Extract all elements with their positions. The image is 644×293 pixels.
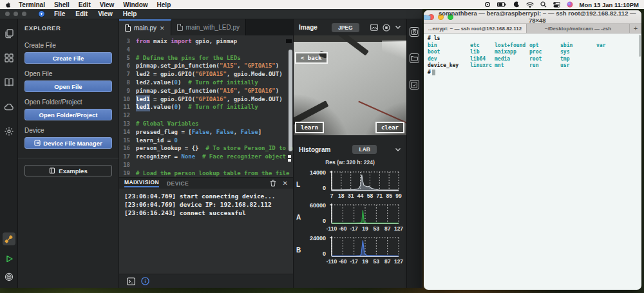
code-line[interactable]: 15learn_id = 0 [119,137,293,145]
terminal-minimize-button[interactable] [438,14,444,20]
ide-menu-help[interactable]: Help [123,10,137,17]
code-token: "GPIOA15" [244,62,276,70]
examples-button[interactable]: Examples [24,165,112,176]
trash-icon[interactable] [270,180,276,187]
code-line[interactable]: 7led2 = gpio.GPIO("GPIOA15", gpio.Mode.O… [119,70,293,79]
create-file-button[interactable]: Create File [24,52,112,64]
code-line[interactable]: 14pressed_flag = [False, False, False] [119,128,293,137]
back-overlay-button[interactable]: < back [295,52,328,64]
code-token: led2 = gpio.GPIO( [136,70,195,79]
code-line[interactable]: 8led2.value(0) # Turn off initially [119,79,293,87]
search-icon[interactable] [540,1,547,8]
x-tick-label: 85 [386,193,392,199]
terminal-scrollbar[interactable] [639,35,641,57]
clear-overlay-button[interactable]: clear [375,122,404,133]
save-frame-icon[interactable] [410,80,419,90]
x-tick-label: 18 [338,193,344,199]
package-icon[interactable] [5,272,14,281]
jpeg-format-button[interactable]: JPEG [332,23,359,32]
code-editor[interactable]: 3from maix import gpio, pinmap45# Define… [119,35,293,177]
record-icon[interactable] [383,24,390,32]
folder-add-icon[interactable] [410,53,419,63]
terminal-panel-icon[interactable] [127,278,135,285]
run-icon[interactable] [5,254,14,263]
code-line[interactable]: 11led1.value(0) # Turn off initially [119,103,293,111]
tab-main-py[interactable]: main.py ✕ [119,19,171,35]
code-line[interactable]: 4 [119,46,293,54]
code-line[interactable]: 6pinmap.set_pin_function("A15", "GPIOA15… [119,62,293,70]
ls-entry: etc [470,43,495,50]
chevron-down-icon[interactable] [395,147,401,152]
code-token: "A15" [220,62,237,70]
learn-overlay-button[interactable]: learn [295,122,324,133]
ls-entry: proc [529,49,560,56]
code-token: "A16" [220,87,237,95]
siri-icon[interactable] [567,1,573,8]
menu-edit[interactable]: Edit [79,1,91,8]
tab-close-icon[interactable]: ✕ [160,25,165,32]
open-file-button[interactable]: Open File [24,80,112,92]
tab-main-with-led-py[interactable]: main_with_LED.py [171,19,246,35]
book-icon[interactable] [4,77,14,88]
code-line[interactable]: 17recognizer = None # Face recognizer ob… [119,153,293,161]
device-file-manager-button[interactable]: Device File Manager [24,137,112,149]
ide-zoom-button[interactable] [22,12,26,16]
editor-scrollbar[interactable] [289,50,292,151]
device-connect-button[interactable] [3,232,15,245]
code-token: , [237,87,244,95]
control-center-icon[interactable] [553,2,560,8]
gear-icon[interactable] [484,1,491,8]
code-line[interactable]: 3from maix import gpio, pinmap [119,37,293,46]
ls-entry: opt [529,43,560,50]
code-token: pinmap.set_pin_function( [136,87,220,95]
menu-view[interactable]: View [100,1,115,8]
ide-close-button[interactable] [5,12,10,16]
chevron-down-icon[interactable] [395,25,401,30]
code-line[interactable]: 9pinmap.set_pin_function("A16", "GPIOA16… [119,87,293,95]
code-line[interactable]: 10led1 = gpio.GPIO("GPIOA16", gpio.Mode.… [119,95,293,104]
open-folder-button[interactable]: Open Folder/Project [24,109,112,120]
menu-window[interactable]: Window [123,1,147,8]
code-line[interactable]: 19# Load the person lookup table from th… [119,169,293,177]
terminal-tab-ssh[interactable]: ...errypi: ~ — ssh root@192.168.82.112 [424,24,527,33]
picture-icon[interactable] [370,24,378,31]
battery-icon[interactable] [497,2,507,7]
code-line[interactable]: 16person_lookup = {} # To store Person_I… [119,144,293,153]
new-tab-button[interactable]: + [630,24,641,33]
ide-menu-edit[interactable]: Edit [75,10,88,17]
code-line[interactable]: 18 [119,161,293,169]
match-marker [288,159,291,162]
wifi-icon[interactable] [526,2,534,8]
tab-maixvision[interactable]: MAIXVISION [124,179,159,187]
terminal-content[interactable]: # ls binetclost+foundoptsbinvarbootlibma… [424,33,641,290]
code-token: led1 [136,95,150,104]
code-line[interactable]: 13# Global Variables [119,120,293,128]
menu-help[interactable]: Help [157,1,171,8]
tab-device[interactable]: DEVICE [167,180,189,187]
apple-logo-icon[interactable] [5,1,11,8]
info-icon[interactable] [141,277,149,285]
lab-mode-button[interactable]: LAB [352,145,376,154]
code-line[interactable]: 5# Define the pins for the LEDs [119,54,293,62]
menu-shell[interactable]: Shell [54,1,70,8]
camera-icon[interactable] [410,27,419,37]
code-line[interactable]: 12 [119,111,293,120]
moon-icon[interactable] [513,1,520,8]
line-number: 3 [119,37,136,46]
terminal-tab-zsh[interactable]: ~/Desktop/maixcam — -zsh [527,24,630,33]
files-icon[interactable] [4,28,14,39]
console-log[interactable]: [23:06:04.769] start connecting device..… [119,189,293,274]
cloud-icon[interactable] [4,102,14,112]
ide-minimize-button[interactable] [14,12,18,16]
blocks-icon[interactable] [4,53,14,63]
terminal-zoom-button[interactable] [448,14,453,20]
ide-menu-file[interactable]: File [54,10,65,17]
console-close-icon[interactable]: ✕ [283,180,288,187]
menubar-app-name[interactable]: Terminal [19,1,45,8]
terminal-close-button[interactable] [428,14,434,20]
x-tick-label: 44 [357,193,363,199]
y-min-label: 0 [323,218,326,224]
ide-menu-view[interactable]: View [98,10,113,17]
x-tick-label: 58 [367,193,373,199]
gear-icon[interactable] [4,126,14,137]
